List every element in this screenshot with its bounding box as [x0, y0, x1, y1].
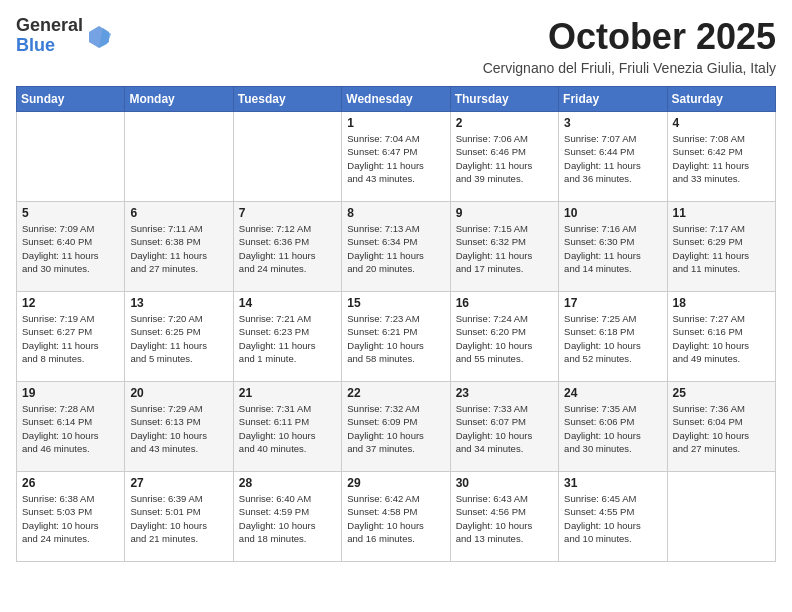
day-detail: Sunrise: 7:06 AM Sunset: 6:46 PM Dayligh…	[456, 132, 553, 185]
month-title: October 2025	[483, 16, 776, 58]
column-header-wednesday: Wednesday	[342, 87, 450, 112]
calendar-cell: 28Sunrise: 6:40 AM Sunset: 4:59 PM Dayli…	[233, 472, 341, 562]
calendar-cell: 1Sunrise: 7:04 AM Sunset: 6:47 PM Daylig…	[342, 112, 450, 202]
calendar-cell: 31Sunrise: 6:45 AM Sunset: 4:55 PM Dayli…	[559, 472, 667, 562]
calendar-cell: 20Sunrise: 7:29 AM Sunset: 6:13 PM Dayli…	[125, 382, 233, 472]
day-detail: Sunrise: 7:27 AM Sunset: 6:16 PM Dayligh…	[673, 312, 770, 365]
day-detail: Sunrise: 7:36 AM Sunset: 6:04 PM Dayligh…	[673, 402, 770, 455]
calendar-cell: 8Sunrise: 7:13 AM Sunset: 6:34 PM Daylig…	[342, 202, 450, 292]
column-header-saturday: Saturday	[667, 87, 775, 112]
calendar-cell: 26Sunrise: 6:38 AM Sunset: 5:03 PM Dayli…	[17, 472, 125, 562]
day-detail: Sunrise: 7:25 AM Sunset: 6:18 PM Dayligh…	[564, 312, 661, 365]
day-detail: Sunrise: 7:15 AM Sunset: 6:32 PM Dayligh…	[456, 222, 553, 275]
day-number: 6	[130, 206, 227, 220]
day-detail: Sunrise: 7:29 AM Sunset: 6:13 PM Dayligh…	[130, 402, 227, 455]
day-number: 8	[347, 206, 444, 220]
day-detail: Sunrise: 7:11 AM Sunset: 6:38 PM Dayligh…	[130, 222, 227, 275]
calendar-cell: 16Sunrise: 7:24 AM Sunset: 6:20 PM Dayli…	[450, 292, 558, 382]
day-detail: Sunrise: 7:23 AM Sunset: 6:21 PM Dayligh…	[347, 312, 444, 365]
day-number: 2	[456, 116, 553, 130]
day-number: 1	[347, 116, 444, 130]
calendar-cell: 14Sunrise: 7:21 AM Sunset: 6:23 PM Dayli…	[233, 292, 341, 382]
location-subtitle: Cervignano del Friuli, Friuli Venezia Gi…	[483, 60, 776, 76]
calendar-cell: 9Sunrise: 7:15 AM Sunset: 6:32 PM Daylig…	[450, 202, 558, 292]
day-detail: Sunrise: 6:40 AM Sunset: 4:59 PM Dayligh…	[239, 492, 336, 545]
calendar-cell: 18Sunrise: 7:27 AM Sunset: 6:16 PM Dayli…	[667, 292, 775, 382]
day-detail: Sunrise: 6:45 AM Sunset: 4:55 PM Dayligh…	[564, 492, 661, 545]
day-number: 21	[239, 386, 336, 400]
column-header-sunday: Sunday	[17, 87, 125, 112]
day-detail: Sunrise: 7:09 AM Sunset: 6:40 PM Dayligh…	[22, 222, 119, 275]
calendar-cell: 3Sunrise: 7:07 AM Sunset: 6:44 PM Daylig…	[559, 112, 667, 202]
column-header-monday: Monday	[125, 87, 233, 112]
day-number: 15	[347, 296, 444, 310]
calendar-cell: 21Sunrise: 7:31 AM Sunset: 6:11 PM Dayli…	[233, 382, 341, 472]
day-number: 16	[456, 296, 553, 310]
logo-icon	[85, 22, 113, 50]
day-number: 5	[22, 206, 119, 220]
day-number: 26	[22, 476, 119, 490]
calendar-cell: 22Sunrise: 7:32 AM Sunset: 6:09 PM Dayli…	[342, 382, 450, 472]
calendar-cell: 4Sunrise: 7:08 AM Sunset: 6:42 PM Daylig…	[667, 112, 775, 202]
column-header-thursday: Thursday	[450, 87, 558, 112]
day-number: 25	[673, 386, 770, 400]
column-header-tuesday: Tuesday	[233, 87, 341, 112]
day-number: 23	[456, 386, 553, 400]
day-detail: Sunrise: 6:43 AM Sunset: 4:56 PM Dayligh…	[456, 492, 553, 545]
calendar-cell: 6Sunrise: 7:11 AM Sunset: 6:38 PM Daylig…	[125, 202, 233, 292]
calendar-cell: 5Sunrise: 7:09 AM Sunset: 6:40 PM Daylig…	[17, 202, 125, 292]
logo-general: General	[16, 16, 83, 36]
day-detail: Sunrise: 7:07 AM Sunset: 6:44 PM Dayligh…	[564, 132, 661, 185]
calendar-cell: 25Sunrise: 7:36 AM Sunset: 6:04 PM Dayli…	[667, 382, 775, 472]
calendar-cell: 19Sunrise: 7:28 AM Sunset: 6:14 PM Dayli…	[17, 382, 125, 472]
day-number: 4	[673, 116, 770, 130]
calendar-header-row: SundayMondayTuesdayWednesdayThursdayFrid…	[17, 87, 776, 112]
calendar-cell: 29Sunrise: 6:42 AM Sunset: 4:58 PM Dayli…	[342, 472, 450, 562]
calendar-cell: 17Sunrise: 7:25 AM Sunset: 6:18 PM Dayli…	[559, 292, 667, 382]
calendar-week-1: 1Sunrise: 7:04 AM Sunset: 6:47 PM Daylig…	[17, 112, 776, 202]
day-detail: Sunrise: 7:21 AM Sunset: 6:23 PM Dayligh…	[239, 312, 336, 365]
calendar-cell: 11Sunrise: 7:17 AM Sunset: 6:29 PM Dayli…	[667, 202, 775, 292]
calendar-cell: 13Sunrise: 7:20 AM Sunset: 6:25 PM Dayli…	[125, 292, 233, 382]
page-header: General Blue October 2025 Cervignano del…	[16, 16, 776, 76]
calendar-cell	[17, 112, 125, 202]
day-detail: Sunrise: 7:12 AM Sunset: 6:36 PM Dayligh…	[239, 222, 336, 275]
day-detail: Sunrise: 7:04 AM Sunset: 6:47 PM Dayligh…	[347, 132, 444, 185]
day-detail: Sunrise: 6:42 AM Sunset: 4:58 PM Dayligh…	[347, 492, 444, 545]
calendar-week-3: 12Sunrise: 7:19 AM Sunset: 6:27 PM Dayli…	[17, 292, 776, 382]
day-number: 28	[239, 476, 336, 490]
calendar-cell	[125, 112, 233, 202]
day-detail: Sunrise: 7:16 AM Sunset: 6:30 PM Dayligh…	[564, 222, 661, 275]
day-number: 31	[564, 476, 661, 490]
day-detail: Sunrise: 6:39 AM Sunset: 5:01 PM Dayligh…	[130, 492, 227, 545]
calendar-cell: 2Sunrise: 7:06 AM Sunset: 6:46 PM Daylig…	[450, 112, 558, 202]
day-number: 27	[130, 476, 227, 490]
day-number: 30	[456, 476, 553, 490]
calendar-cell	[233, 112, 341, 202]
day-number: 18	[673, 296, 770, 310]
day-number: 22	[347, 386, 444, 400]
day-number: 14	[239, 296, 336, 310]
day-number: 11	[673, 206, 770, 220]
calendar-week-4: 19Sunrise: 7:28 AM Sunset: 6:14 PM Dayli…	[17, 382, 776, 472]
calendar-cell: 23Sunrise: 7:33 AM Sunset: 6:07 PM Dayli…	[450, 382, 558, 472]
calendar-week-5: 26Sunrise: 6:38 AM Sunset: 5:03 PM Dayli…	[17, 472, 776, 562]
calendar-cell	[667, 472, 775, 562]
calendar-cell: 30Sunrise: 6:43 AM Sunset: 4:56 PM Dayli…	[450, 472, 558, 562]
day-number: 3	[564, 116, 661, 130]
logo-blue: Blue	[16, 36, 83, 56]
day-detail: Sunrise: 7:08 AM Sunset: 6:42 PM Dayligh…	[673, 132, 770, 185]
day-number: 24	[564, 386, 661, 400]
calendar-table: SundayMondayTuesdayWednesdayThursdayFrid…	[16, 86, 776, 562]
day-detail: Sunrise: 7:28 AM Sunset: 6:14 PM Dayligh…	[22, 402, 119, 455]
day-number: 10	[564, 206, 661, 220]
logo: General Blue	[16, 16, 113, 56]
day-detail: Sunrise: 7:24 AM Sunset: 6:20 PM Dayligh…	[456, 312, 553, 365]
calendar-cell: 7Sunrise: 7:12 AM Sunset: 6:36 PM Daylig…	[233, 202, 341, 292]
calendar-cell: 10Sunrise: 7:16 AM Sunset: 6:30 PM Dayli…	[559, 202, 667, 292]
day-detail: Sunrise: 7:33 AM Sunset: 6:07 PM Dayligh…	[456, 402, 553, 455]
day-number: 13	[130, 296, 227, 310]
day-detail: Sunrise: 6:38 AM Sunset: 5:03 PM Dayligh…	[22, 492, 119, 545]
day-number: 7	[239, 206, 336, 220]
day-number: 29	[347, 476, 444, 490]
